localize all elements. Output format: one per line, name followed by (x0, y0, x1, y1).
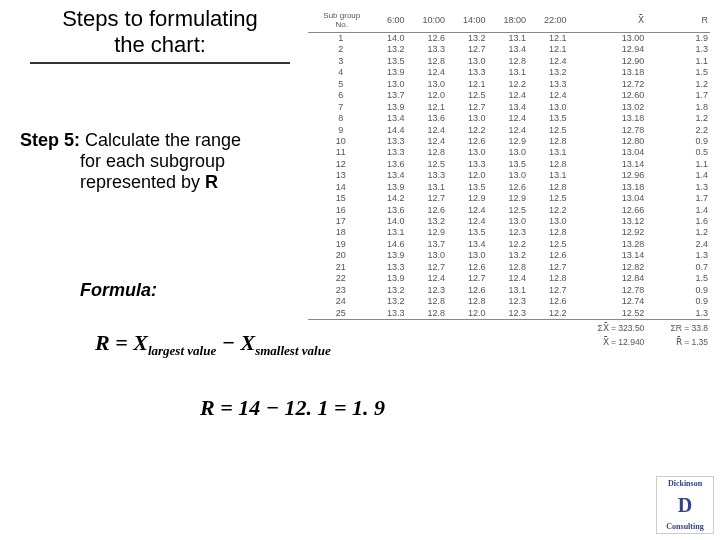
table-cell: 12.4 (487, 273, 528, 284)
formula-main: R = Xlargest value − Xsmallest value (95, 330, 331, 359)
table-cell: 12.8 (528, 182, 569, 193)
table-cell: 13.3 (374, 136, 407, 147)
table-cell: 13.7 (374, 90, 407, 101)
table-cell: 4 (308, 67, 374, 78)
table-cell: 12.4 (406, 125, 447, 136)
table-cell: 12.7 (528, 262, 569, 273)
table-row: 1514.212.712.912.912.513.041.7 (308, 193, 710, 204)
table-cell: 13.14 (569, 159, 647, 170)
table-cell: 1.2 (646, 113, 710, 124)
table-cell: 12.3 (487, 296, 528, 307)
table-cell: 12.8 (447, 296, 488, 307)
table-cell: 19 (308, 239, 374, 250)
table-cell: 13.3 (406, 170, 447, 181)
table-cell: 12.60 (569, 90, 647, 101)
table-cell: 12.66 (569, 205, 647, 216)
table-cell: 12.4 (487, 90, 528, 101)
data-table: Sub group No. 6:00 10:00 14:00 18:00 22:… (308, 8, 710, 348)
col-group-line1: Sub group (323, 11, 360, 20)
table-cell: 13.4 (374, 170, 407, 181)
table-cell: 12.8 (528, 136, 569, 147)
step-text-seg1: Calculate the range (85, 130, 241, 150)
table-cell: 12.74 (569, 296, 647, 307)
grand-r: R̄ = 1.35 (646, 334, 710, 348)
table-cell: 13.0 (447, 147, 488, 158)
table-cell: 12.78 (569, 285, 647, 296)
table-cell: 13.4 (374, 113, 407, 124)
table-cell: 1.5 (646, 67, 710, 78)
table-cell: 1.6 (646, 216, 710, 227)
table-cell: 12.8 (406, 147, 447, 158)
table-cell: 1.9 (646, 33, 710, 45)
table-cell: 23 (308, 285, 374, 296)
table-cell: 12.2 (487, 239, 528, 250)
f-x2: X (241, 330, 256, 355)
table-cell: 11 (308, 147, 374, 158)
table-cell: 13.18 (569, 113, 647, 124)
table-row: 513.013.012.112.213.312.721.2 (308, 79, 710, 90)
logo-mid: D (659, 495, 711, 515)
table-cell: 12.5 (528, 193, 569, 204)
table-cell: 1.3 (646, 250, 710, 261)
table-cell: 18 (308, 227, 374, 238)
table-cell: 12.80 (569, 136, 647, 147)
table-row: 1313.413.312.013.013.112.961.4 (308, 170, 710, 181)
table-cell: 1.2 (646, 227, 710, 238)
table-cell: 12.8 (487, 56, 528, 67)
table-cell: 13.2 (374, 44, 407, 55)
table-cell: 13.6 (406, 113, 447, 124)
table-cell: 13.04 (569, 193, 647, 204)
table-row: 2413.212.812.812.312.612.740.9 (308, 296, 710, 307)
table-cell: 2.2 (646, 125, 710, 136)
table-cell: 12 (308, 159, 374, 170)
table-cell: 13.3 (374, 262, 407, 273)
table-cell: 1.3 (646, 308, 710, 320)
table-cell: 13.1 (406, 182, 447, 193)
table-cell: 13.18 (569, 182, 647, 193)
table-cell: 13 (308, 170, 374, 181)
table-cell: 12.7 (528, 285, 569, 296)
table-cell: 13.0 (487, 216, 528, 227)
table-cell: 12.7 (406, 262, 447, 273)
table-row: 914.412.412.212.412.512.782.2 (308, 125, 710, 136)
table-cell: 8 (308, 113, 374, 124)
table-row: 1413.913.113.512.612.813.181.3 (308, 182, 710, 193)
step-text-seg2: for each subgroup (80, 151, 300, 172)
table-cell: 13.5 (374, 56, 407, 67)
step-block: Step 5: Calculate the range for each sub… (20, 130, 300, 193)
table-cell: 12.7 (406, 193, 447, 204)
table-cell: 1.7 (646, 193, 710, 204)
table-cell: 12.5 (528, 125, 569, 136)
table-cell: 13.9 (374, 67, 407, 78)
table-cell: 2.4 (646, 239, 710, 250)
table-cell: 13.1 (487, 33, 528, 45)
table-cell: 12.6 (528, 250, 569, 261)
table-cell: 12.4 (487, 113, 528, 124)
table-cell: 13.1 (487, 67, 528, 78)
table-cell: 13.0 (447, 250, 488, 261)
col-h-6: R (646, 8, 710, 33)
table-cell: 12.94 (569, 44, 647, 55)
table-cell: 15 (308, 193, 374, 204)
table-cell: 13.0 (406, 79, 447, 90)
page-title: Steps to formulating the chart: (30, 6, 290, 64)
col-h-0: 6:00 (374, 8, 407, 33)
table-row: 613.712.012.512.412.412.601.7 (308, 90, 710, 101)
table-cell: 0.9 (646, 296, 710, 307)
table-cell: 12.84 (569, 273, 647, 284)
table-cell: 12.1 (406, 102, 447, 113)
table-cell: 13.2 (447, 33, 488, 45)
table-cell: 12.8 (406, 56, 447, 67)
logo-badge: Dickinson D Consulting (656, 476, 714, 534)
table-row: 1914.613.713.412.212.513.282.4 (308, 239, 710, 250)
table-cell: 5 (308, 79, 374, 90)
table-row: 813.413.613.012.413.513.181.2 (308, 113, 710, 124)
table-cell: 12.4 (528, 56, 569, 67)
table-cell: 13.0 (487, 170, 528, 181)
table-cell: 13.6 (374, 205, 407, 216)
table-cell: 12.6 (447, 285, 488, 296)
table-cell: 12.5 (447, 90, 488, 101)
table-cell: 13.0 (447, 56, 488, 67)
table-cell: 12.4 (528, 90, 569, 101)
logo-bot: Consulting (659, 522, 711, 531)
